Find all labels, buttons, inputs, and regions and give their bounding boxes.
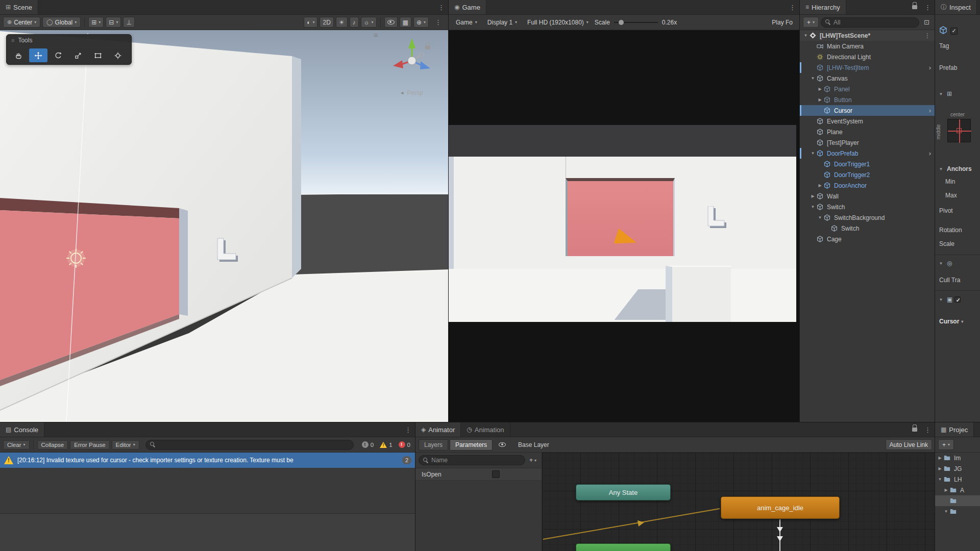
project-item-a[interactable]: ▶A bbox=[935, 485, 980, 495]
y-axis-cone[interactable] bbox=[408, 38, 415, 48]
tab-game[interactable]: ◉ Game bbox=[449, 0, 486, 14]
info-count-toggle[interactable]: 0 bbox=[360, 441, 376, 448]
state-node-entry[interactable] bbox=[576, 543, 671, 551]
hierarchy-item-doorprefab[interactable]: ▼DoorPrefab› bbox=[800, 148, 935, 159]
animator-canvas[interactable]: Any Stateanim_cage_idle bbox=[542, 453, 935, 551]
hierarchy-item-directional-light[interactable]: Directional Light bbox=[800, 52, 935, 62]
hierarchy-menu-icon[interactable]: ⋮ bbox=[920, 0, 935, 14]
scene-visibility-button[interactable] bbox=[384, 17, 398, 28]
fold-arrow-icon[interactable]: ▶ bbox=[816, 183, 824, 188]
hierarchy-item-switchbackground[interactable]: ▼SwitchBackground bbox=[800, 212, 935, 223]
tab-animation[interactable]: ◷ Animation bbox=[461, 422, 510, 437]
hierarchy-item-cursor[interactable]: Cursor› bbox=[800, 105, 935, 116]
prefab-open-arrow-icon[interactable]: › bbox=[927, 64, 933, 71]
hand-tool-button[interactable] bbox=[9, 48, 28, 62]
scale-slider[interactable] bbox=[614, 22, 658, 23]
component-enabled-checkbox[interactable] bbox=[954, 296, 961, 303]
anchors-foldout[interactable]: ▼Anchors bbox=[937, 165, 972, 172]
hierarchy-item-doortrigger2[interactable]: DoorTrigger2 bbox=[800, 169, 935, 180]
fold-arrow-icon[interactable]: ▶ bbox=[936, 466, 944, 471]
canvas-renderer-header[interactable]: ▼◎ bbox=[937, 260, 952, 267]
fold-arrow-icon[interactable]: ▶ bbox=[936, 456, 944, 460]
error-pause-button[interactable]: Error Pause bbox=[70, 440, 109, 449]
state-node-any-state[interactable]: Any State bbox=[576, 484, 671, 500]
project-item-im[interactable]: ▶Im bbox=[935, 453, 980, 463]
prefab-open-arrow-icon[interactable]: › bbox=[927, 107, 933, 114]
hierarchy-item-dooranchor[interactable]: ▶DoorAnchor bbox=[800, 180, 935, 191]
hierarchy-lock-icon[interactable] bbox=[912, 5, 917, 9]
fold-arrow-icon[interactable]: ▶ bbox=[809, 194, 817, 198]
state-node-anim-cage-idle[interactable]: anim_cage_idle bbox=[721, 496, 840, 519]
tab-inspector[interactable]: ⓘ Inspect bbox=[935, 0, 977, 14]
parameter-search[interactable] bbox=[419, 455, 525, 465]
image-component-header[interactable]: ▼▣ bbox=[937, 296, 961, 303]
scene-picker-icon[interactable]: ⊡ bbox=[921, 18, 932, 26]
create-object-button[interactable]: +▾ bbox=[803, 17, 819, 28]
animator-lock-icon[interactable] bbox=[912, 428, 917, 432]
log-entry[interactable]: [20:16:12] Invalid texture used for curs… bbox=[0, 453, 415, 468]
console-menu-icon[interactable]: ⋮ bbox=[401, 422, 415, 437]
scale-slider-knob[interactable] bbox=[619, 20, 624, 25]
fold-arrow-icon[interactable]: ▼ bbox=[809, 151, 817, 156]
snap-settings-button[interactable]: ⊟▾ bbox=[106, 17, 121, 28]
resolution-dropdown[interactable]: Full HD (980x551)▾ bbox=[523, 19, 593, 26]
hierarchy-search-input[interactable] bbox=[834, 19, 915, 26]
editor-dropdown[interactable]: Editor▾ bbox=[112, 440, 139, 449]
game-camera-dropdown[interactable]: Game▾ bbox=[452, 19, 481, 26]
directional-light-gizmo[interactable] bbox=[66, 248, 86, 268]
layers-tab[interactable]: Layers bbox=[419, 439, 448, 450]
hierarchy-item-plane[interactable]: Plane bbox=[800, 127, 935, 137]
parameter-search-input[interactable] bbox=[431, 457, 521, 464]
project-item-item[interactable] bbox=[935, 495, 980, 506]
x-axis-cone[interactable] bbox=[393, 60, 403, 68]
game-tab-menu-icon[interactable]: ⋮ bbox=[785, 0, 800, 14]
scene-camera-settings-button[interactable]: ▦ bbox=[400, 17, 411, 28]
hierarchy-item-panel[interactable]: ▶Panel bbox=[800, 84, 935, 94]
rotate-tool-button[interactable] bbox=[49, 48, 67, 62]
cursor-section-label[interactable]: Cursor▾ bbox=[939, 318, 963, 325]
tab-hierarchy[interactable]: ≡ Hierarchy bbox=[800, 0, 846, 14]
fold-arrow-icon[interactable]: ▼ bbox=[936, 477, 944, 482]
fold-arrow-icon[interactable]: ▼ bbox=[816, 215, 824, 220]
hierarchy-search[interactable] bbox=[821, 17, 919, 28]
gizmos-button[interactable]: ⊕▾ bbox=[413, 17, 429, 28]
scene-header-menu-icon[interactable]: ⋮ bbox=[922, 32, 933, 39]
scene-tab-menu-icon[interactable]: ⋮ bbox=[434, 0, 449, 14]
clear-button[interactable]: Clear▾ bbox=[3, 440, 30, 449]
hierarchy-item-wall[interactable]: ▶Wall bbox=[800, 191, 935, 202]
fold-arrow-icon[interactable]: ▼ bbox=[809, 76, 817, 81]
rect-transform-header[interactable]: ▼⊞ bbox=[937, 90, 952, 97]
error-count-toggle[interactable]: 0 bbox=[397, 441, 412, 448]
persp-label[interactable]: ◄Persp bbox=[388, 89, 434, 96]
fold-arrow-icon[interactable]: ▶ bbox=[816, 97, 824, 102]
collapse-button[interactable]: Collapse bbox=[37, 440, 68, 449]
fold-arrow-icon[interactable]: ▼ bbox=[942, 509, 950, 514]
console-search-input[interactable] bbox=[158, 441, 349, 448]
tools-overlay-title[interactable]: ≡Tools bbox=[7, 35, 131, 46]
overlay-grip-icon[interactable]: ≡ bbox=[374, 31, 378, 39]
scene-orientation-gizmo[interactable] bbox=[386, 34, 437, 85]
fold-arrow-icon[interactable]: ▶ bbox=[816, 87, 824, 91]
hierarchy-item-main-camera[interactable]: Main Camera bbox=[800, 41, 935, 52]
scene-toolbar-menu-icon[interactable]: ⋮ bbox=[431, 18, 446, 26]
console-search[interactable] bbox=[145, 440, 354, 450]
add-parameter-button[interactable]: +▾ bbox=[527, 457, 538, 464]
anchor-preset-widget[interactable] bbox=[947, 119, 971, 142]
hierarchy-item-canvas[interactable]: ▼Canvas bbox=[800, 73, 935, 84]
z-axis-cone[interactable] bbox=[420, 61, 430, 69]
game-viewport[interactable] bbox=[449, 30, 800, 422]
2d-view-button[interactable]: 2D bbox=[320, 17, 333, 28]
hierarchy-item-lhw-testscene[interactable]: ▼[LHW]TestScene*⋮ bbox=[800, 30, 935, 41]
move-tool-button[interactable] bbox=[29, 48, 47, 62]
scene-effects-button[interactable]: ☼▾ bbox=[361, 17, 377, 28]
project-item-item[interactable]: ▼ bbox=[935, 506, 980, 517]
parameter-row-isopen[interactable]: IsOpen bbox=[415, 468, 542, 481]
fold-arrow-icon[interactable]: ▼ bbox=[802, 33, 810, 38]
warning-count-toggle[interactable]: 1 bbox=[378, 442, 394, 448]
active-checkbox[interactable] bbox=[950, 28, 958, 35]
project-item-lh[interactable]: ▼LH bbox=[935, 474, 980, 485]
grid-visibility-button[interactable]: ⊞▾ bbox=[88, 17, 104, 28]
display-dropdown[interactable]: Display 1▾ bbox=[483, 19, 521, 26]
scene-audio-button[interactable]: ♪ bbox=[350, 17, 359, 28]
project-create-button[interactable]: +▾ bbox=[938, 439, 954, 450]
